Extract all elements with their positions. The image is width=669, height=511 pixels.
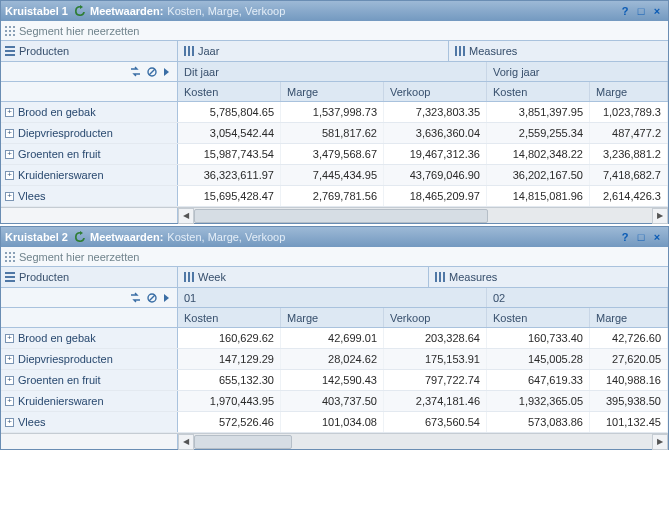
crosstab-1: Kruistabel 1 Meetwaarden: Kosten, Marge,…: [0, 0, 669, 224]
row-header[interactable]: +Vlees: [1, 412, 178, 432]
data-cell: 2,614,426.3: [590, 186, 668, 206]
column-header[interactable]: Kosten: [487, 308, 590, 327]
measures-axis-button[interactable]: Measures: [428, 267, 668, 287]
row-header[interactable]: +Kruidenierswaren: [1, 165, 178, 185]
column-header[interactable]: Marge: [590, 82, 668, 101]
measures-icon: [455, 46, 465, 56]
table-row: +Brood en gebak5,785,804.651,537,998.737…: [1, 102, 668, 123]
row-header[interactable]: +Kruidenierswaren: [1, 391, 178, 411]
scroll-right-icon[interactable]: ▶: [652, 434, 668, 450]
scroll-thumb[interactable]: [194, 209, 488, 223]
column-headers: Kosten Marge Verkoop Kosten Marge: [1, 308, 668, 328]
help-icon[interactable]: ?: [618, 230, 632, 244]
maximize-icon[interactable]: □: [634, 230, 648, 244]
expand-row-icon[interactable]: +: [5, 334, 14, 343]
expand-row-icon[interactable]: +: [5, 376, 14, 385]
row-label: Vlees: [18, 190, 46, 202]
expand-row-icon[interactable]: +: [5, 171, 14, 180]
measures-label: Meetwaarden:: [90, 5, 163, 17]
column-header[interactable]: Kosten: [178, 308, 281, 327]
horizontal-scrollbar[interactable]: ◀ ▶: [1, 433, 668, 449]
data-cell: 160,629.62: [178, 328, 281, 348]
row-header[interactable]: +Groenten en fruit: [1, 144, 178, 164]
data-cell: 797,722.74: [384, 370, 487, 390]
column-header[interactable]: Marge: [590, 308, 668, 327]
expand-icon[interactable]: [163, 293, 171, 303]
column-header[interactable]: Marge: [281, 82, 384, 101]
scroll-thumb[interactable]: [194, 435, 292, 449]
row-header[interactable]: +Diepvriesproducten: [1, 123, 178, 143]
horizontal-scrollbar[interactable]: ◀ ▶: [1, 207, 668, 223]
data-cell: 147,129.29: [178, 349, 281, 369]
expand-row-icon[interactable]: +: [5, 108, 14, 117]
column-header[interactable]: Kosten: [487, 82, 590, 101]
col-axis-button[interactable]: Week: [178, 267, 428, 287]
data-cell: 487,477.2: [590, 123, 668, 143]
grip-icon: [5, 26, 15, 36]
measures-axis-button[interactable]: Measures: [448, 41, 668, 61]
close-icon[interactable]: ×: [650, 4, 664, 18]
data-cell: 1,023,789.3: [590, 102, 668, 122]
row-header[interactable]: +Vlees: [1, 186, 178, 206]
row-header[interactable]: +Brood en gebak: [1, 102, 178, 122]
expand-row-icon[interactable]: +: [5, 192, 14, 201]
svg-rect-31: [5, 280, 15, 282]
segment-hint: Segment hier neerzetten: [19, 251, 139, 263]
row-axis-button[interactable]: Producten: [1, 41, 178, 61]
svg-rect-9: [5, 46, 15, 48]
data-cell: 403,737.50: [281, 391, 384, 411]
column-header[interactable]: Verkoop: [384, 308, 487, 327]
segment-dropzone[interactable]: Segment hier neerzetten: [1, 247, 668, 267]
row-header[interactable]: +Groenten en fruit: [1, 370, 178, 390]
scroll-right-icon[interactable]: ▶: [652, 208, 668, 224]
close-icon[interactable]: ×: [650, 230, 664, 244]
row-label: Groenten en fruit: [18, 148, 101, 160]
help-icon[interactable]: ?: [618, 4, 632, 18]
column-header[interactable]: Verkoop: [384, 82, 487, 101]
measures-values: Kosten, Marge, Verkoop: [167, 5, 285, 17]
column-header[interactable]: Marge: [281, 308, 384, 327]
expand-row-icon[interactable]: +: [5, 397, 14, 406]
expand-icon[interactable]: [163, 67, 171, 77]
expand-row-icon[interactable]: +: [5, 150, 14, 159]
row-header[interactable]: +Brood en gebak: [1, 328, 178, 348]
week-header-1[interactable]: 01: [178, 288, 487, 307]
measures-values: Kosten, Marge, Verkoop: [167, 231, 285, 243]
svg-rect-11: [5, 54, 15, 56]
svg-rect-30: [5, 276, 15, 278]
year-header-1[interactable]: Dit jaar: [178, 62, 487, 81]
scroll-left-icon[interactable]: ◀: [178, 434, 194, 450]
data-cell: 573,083.86: [487, 412, 590, 432]
expand-row-icon[interactable]: +: [5, 355, 14, 364]
swap-axes-icon[interactable]: [130, 292, 141, 303]
filter-icon[interactable]: [147, 293, 157, 303]
scroll-left-icon[interactable]: ◀: [178, 208, 194, 224]
svg-rect-12: [184, 46, 186, 56]
measures-axis-label: Measures: [449, 271, 497, 283]
week-header-2[interactable]: 02: [487, 288, 668, 307]
data-cell: 647,619.33: [487, 370, 590, 390]
refresh-icon[interactable]: [74, 5, 86, 17]
row-axis-button[interactable]: Producten: [1, 267, 178, 287]
filter-icon[interactable]: [147, 67, 157, 77]
data-cell: 160,733.40: [487, 328, 590, 348]
col-axis-button[interactable]: Jaar: [178, 41, 448, 61]
column-header[interactable]: Kosten: [178, 82, 281, 101]
expand-row-icon[interactable]: +: [5, 418, 14, 427]
data-cell: 395,938.50: [590, 391, 668, 411]
expand-row-icon[interactable]: +: [5, 129, 14, 138]
data-cell: 42,726.60: [590, 328, 668, 348]
refresh-icon[interactable]: [74, 231, 86, 243]
row-label: Kruidenierswaren: [18, 395, 104, 407]
segment-dropzone[interactable]: Segment hier neerzetten: [1, 21, 668, 41]
data-cell: 101,034.08: [281, 412, 384, 432]
maximize-icon[interactable]: □: [634, 4, 648, 18]
swap-axes-icon[interactable]: [130, 66, 141, 77]
row-header[interactable]: +Diepvriesproducten: [1, 349, 178, 369]
svg-rect-20: [5, 252, 7, 254]
row-label: Vlees: [18, 416, 46, 428]
data-cell: 203,328.64: [384, 328, 487, 348]
svg-rect-10: [5, 50, 15, 52]
year-header-2[interactable]: Vorig jaar: [487, 62, 668, 81]
data-cell: 19,467,312.36: [384, 144, 487, 164]
